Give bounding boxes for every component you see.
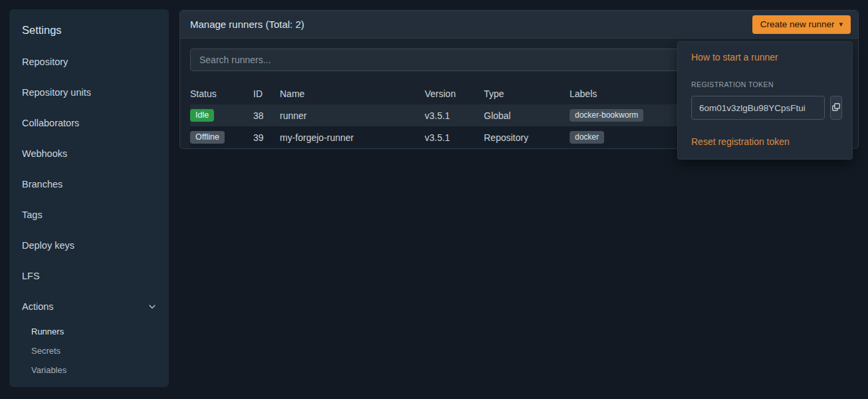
runner-type: Global (484, 110, 570, 121)
sidebar-subitem-variables[interactable]: Variables (9, 360, 169, 380)
copy-token-button[interactable] (830, 96, 842, 120)
page-title: Manage runners (Total: 2) (190, 19, 304, 30)
runner-label-badge: docker (570, 131, 604, 144)
sidebar-title: Settings (9, 23, 169, 47)
runner-id: 39 (253, 132, 280, 143)
column-header-type: Type (484, 88, 570, 99)
runner-name: runner (280, 110, 425, 121)
column-header-version: Version (425, 88, 484, 99)
sidebar-item-branches[interactable]: Branches (9, 169, 169, 200)
sidebar-item-tags[interactable]: Tags (9, 200, 169, 230)
chevron-down-icon (148, 302, 157, 311)
panel-header: Manage runners (Total: 2) Create new run… (180, 11, 858, 39)
column-header-name: Name (280, 88, 425, 99)
runner-type: Repository (484, 132, 570, 143)
runner-label-badge: docker-bookworm (570, 109, 643, 122)
sidebar-item-deploy-keys[interactable]: Deploy keys (9, 230, 169, 261)
column-header-status: Status (190, 88, 253, 99)
how-to-start-runner-link[interactable]: How to start a runner (691, 52, 778, 63)
sidebar-subitem-runners[interactable]: Runners (9, 322, 169, 341)
column-header-id: ID (253, 88, 280, 99)
sidebar-item-lfs[interactable]: LFS (9, 261, 169, 291)
registration-token-label: REGISTRATION TOKEN (691, 80, 839, 88)
sidebar-item-webhooks[interactable]: Webhooks (9, 138, 169, 169)
status-badge: Offline (190, 131, 225, 144)
sidebar-item-repository-units[interactable]: Repository units (9, 77, 169, 108)
sidebar-item-repository[interactable]: Repository (9, 47, 169, 77)
create-new-runner-button[interactable]: Create new runner ▾ (752, 15, 851, 34)
registration-token-input[interactable] (691, 96, 825, 120)
sidebar-item-actions[interactable]: Actions (9, 291, 169, 322)
create-runner-dropdown: How to start a runner REGISTRATION TOKEN… (677, 41, 853, 160)
sidebar-item-collaborators[interactable]: Collaborators (9, 108, 169, 138)
settings-sidebar: Settings Repository Repository units Col… (9, 9, 169, 387)
caret-down-icon: ▾ (839, 21, 843, 28)
status-badge: Idle (190, 109, 214, 122)
runner-id: 38 (253, 110, 280, 121)
runner-version: v3.5.1 (425, 110, 484, 121)
runner-version: v3.5.1 (425, 132, 484, 143)
reset-registration-token-link[interactable]: Reset registration token (691, 136, 790, 147)
copy-icon (831, 102, 841, 114)
runner-name: my-forgejo-runner (280, 132, 425, 143)
sidebar-subitem-secrets[interactable]: Secrets (9, 341, 169, 360)
